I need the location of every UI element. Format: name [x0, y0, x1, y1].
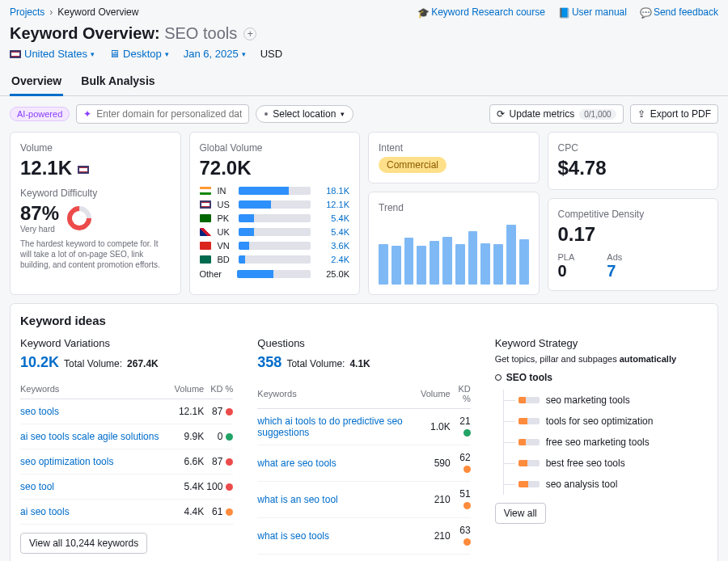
other-bar	[237, 270, 311, 278]
variations-count[interactable]: 10.2K	[20, 354, 59, 371]
country-code: UK	[218, 227, 232, 237]
strategy-item[interactable]: seo analysis tool	[504, 474, 708, 495]
strategy-item[interactable]: free seo marketing tools	[504, 432, 708, 453]
kd-dot-icon	[463, 466, 471, 473]
col-keywords: Keywords	[257, 379, 421, 409]
volume-cell: 4.4K	[171, 500, 204, 525]
strategy-column: Keyword Strategy Get topics, pillar and …	[495, 337, 708, 561]
breadcrumb-parent[interactable]: Projects	[10, 6, 44, 18]
domain-input[interactable]	[96, 108, 242, 120]
variations-column: Keyword Variations 10.2K Total Volume: 2…	[20, 337, 233, 561]
col-volume: Volume	[421, 379, 451, 409]
chevron-right-icon: ›	[49, 6, 53, 18]
strategy-item[interactable]: best free seo tools	[504, 453, 708, 474]
country-code: BD	[218, 255, 232, 264]
send-feedback-link[interactable]: 💬Send feedback	[640, 6, 718, 18]
add-keyword-button[interactable]: +	[243, 27, 256, 40]
target-icon	[265, 112, 268, 116]
col-kd: KD %	[204, 379, 233, 399]
keyword-link[interactable]: what is seo tools	[257, 530, 329, 542]
strategy-item[interactable]: seo marketing tools	[504, 390, 708, 411]
date-filter[interactable]: Jan 6, 2025▾	[184, 48, 246, 60]
trend-bar	[404, 238, 414, 285]
country-volume[interactable]: 18.1K	[317, 186, 349, 196]
questions-count[interactable]: 358	[257, 354, 281, 371]
kd-cell: 21	[451, 409, 471, 445]
ads-label: Ads	[607, 252, 622, 262]
kd-dot-icon	[226, 483, 233, 491]
volume-cell: 12.1K	[171, 399, 204, 424]
variations-sub-label: Total Volume:	[64, 358, 122, 369]
strategy-item[interactable]: tools for seo optimization	[504, 411, 708, 432]
course-link[interactable]: 🎓Keyword Research course	[417, 6, 545, 18]
keyword-link[interactable]: seo optimization tools	[20, 456, 113, 467]
volume-cell: 590	[421, 445, 451, 482]
strategy-bar-icon	[518, 397, 540, 403]
refresh-icon: ⟳	[497, 108, 505, 120]
country-row: PK5.4K	[200, 213, 350, 223]
bullet-icon	[495, 374, 502, 381]
chat-icon: 💬	[640, 7, 650, 18]
domain-input-wrapper[interactable]: ✦	[76, 104, 249, 124]
country-volume[interactable]: 5.4K	[317, 213, 349, 223]
ads-value[interactable]: 7	[607, 262, 616, 280]
page-title: Keyword Overview: SEO tools	[10, 24, 237, 43]
country-volume[interactable]: 2.4K	[317, 255, 349, 264]
global-volume-label: Global Volume	[200, 142, 350, 154]
ai-powered-badge: AI-powered	[10, 107, 70, 121]
keyword-link[interactable]: what is an seo tool	[257, 494, 337, 505]
user-manual-link[interactable]: 📘User manual	[558, 6, 627, 18]
trend-bar	[417, 246, 426, 285]
country-volume[interactable]: 12.1K	[317, 200, 349, 209]
keyword-link[interactable]: ai seo tools	[20, 506, 70, 517]
flag-icon	[200, 187, 211, 195]
table-row: what is an seo tool21051	[257, 482, 470, 518]
export-pdf-button[interactable]: ⇪ Export to PDF	[630, 104, 718, 124]
trend-bar	[480, 243, 490, 285]
strategy-item-label: seo marketing tools	[546, 394, 630, 406]
update-metrics-button[interactable]: ⟳ Update metrics 0/1,000	[489, 104, 624, 124]
location-select[interactable]: Select location ▾	[256, 105, 353, 123]
trend-label: Trend	[379, 202, 529, 213]
keyword-link[interactable]: seo tools	[20, 406, 59, 417]
kd-cell: 61	[204, 500, 233, 525]
trend-bar	[506, 225, 516, 285]
volume-bar	[239, 187, 311, 195]
tab-bulk-analysis[interactable]: Bulk Analysis	[79, 68, 156, 95]
kd-cell: 100	[204, 475, 233, 500]
volume-cell: 210	[421, 482, 451, 518]
strategy-description: Get topics, pillar and subpages automati…	[495, 354, 708, 364]
kd-dot-icon	[226, 408, 233, 415]
table-row: do it yourself seo tools14052	[257, 555, 470, 562]
cpc-value: $4.78	[558, 157, 709, 179]
country-volume[interactable]: 5.4K	[317, 227, 349, 237]
view-all-strategy-button[interactable]: View all	[495, 503, 546, 524]
flag-icon	[200, 228, 211, 236]
country-row: US12.1K	[200, 200, 350, 209]
country-volume[interactable]: 3.6K	[317, 241, 349, 251]
desktop-icon: 🖥	[109, 48, 120, 60]
update-count: 0/1,000	[579, 109, 616, 120]
trend-bar	[392, 246, 401, 285]
country-row: IN18.1K	[200, 186, 350, 196]
keyword-link[interactable]: which ai tools to do predictive seo sugg…	[257, 415, 402, 438]
table-row: what is seo tools21063	[257, 518, 470, 555]
table-row: seo tools12.1K87	[20, 399, 233, 424]
chevron-down-icon: ▾	[242, 50, 246, 58]
cpc-card: CPC $4.78	[548, 132, 719, 190]
country-code: PK	[218, 213, 232, 223]
country-row: BD2.4K	[200, 255, 350, 264]
kd-cell: 87	[204, 449, 233, 475]
keyword-link[interactable]: ai seo tools scale agile solutions	[20, 431, 159, 442]
view-all-variations-button[interactable]: View all 10,244 keywords	[20, 533, 147, 554]
keyword-link[interactable]: what are seo tools	[257, 458, 336, 469]
volume-bar	[239, 228, 311, 236]
volume-value: 12.1K	[20, 157, 171, 179]
intent-card: Intent Commercial	[368, 132, 540, 183]
keyword-link[interactable]: seo tool	[20, 481, 54, 492]
country-row: VN3.6K	[200, 241, 350, 251]
country-filter[interactable]: United States▾	[10, 48, 95, 60]
tab-overview[interactable]: Overview	[10, 68, 63, 96]
device-filter[interactable]: 🖥Desktop▾	[109, 48, 169, 60]
kd-cell: 63	[451, 518, 471, 555]
